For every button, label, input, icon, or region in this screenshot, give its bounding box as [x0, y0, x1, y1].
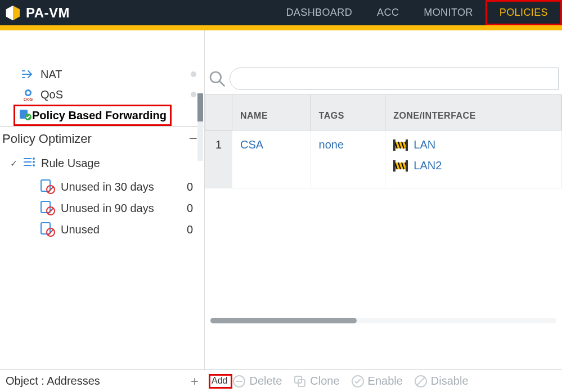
content: NAME TAGS ZONE/INTERFACE 1 CSA none LAN [204, 30, 562, 370]
check-circle-icon [351, 375, 365, 388]
sidebar-item-policy-based-forwarding[interactable]: Policy Based Forwarding [14, 105, 172, 126]
sidebar-item-label: NAT [41, 68, 62, 81]
zone-label: LAN2 [413, 159, 442, 172]
logo: PA-VM [0, 4, 70, 21]
sidebar-item-nat[interactable]: NAT [0, 64, 204, 84]
sidebar-item-label: Policy Based Forwarding [32, 109, 167, 122]
nav: DASHBOARD ACC MONITOR POLICIES [273, 0, 562, 25]
policy-tags[interactable]: none [319, 138, 344, 151]
sidebar-item-label: Unused [61, 223, 100, 236]
svg-point-5 [33, 157, 35, 160]
svg-rect-20 [393, 139, 395, 151]
unused-icon [41, 179, 55, 194]
sidebar-item-qos[interactable]: QoS QoS [0, 84, 204, 105]
clone-icon [293, 375, 307, 388]
nav-dashboard[interactable]: DASHBOARD [273, 0, 365, 25]
action-label: Add [212, 376, 227, 386]
col-num-header [205, 95, 232, 130]
unused-icon [41, 201, 55, 215]
zone-icon [393, 139, 408, 151]
ban-icon [414, 375, 428, 388]
policy-name-link[interactable]: CSA [240, 138, 263, 151]
action-label: Disable [431, 375, 469, 388]
pbf-icon [19, 107, 32, 123]
col-zone-header[interactable]: ZONE/INTERFACE [385, 95, 562, 130]
sidebar-item-label: Unused in 30 days [61, 181, 154, 193]
unused-icon [41, 222, 55, 237]
enable-button[interactable]: Enable [351, 375, 403, 388]
svg-line-31 [417, 377, 425, 385]
count-value: 0 [187, 202, 197, 215]
dot-icon [191, 71, 196, 77]
action-label: Enable [368, 375, 403, 388]
bottom-panel-object[interactable]: Object : Addresses + [0, 370, 204, 392]
collapse-icon[interactable]: − [189, 130, 197, 147]
sidebar-item-label: Unused in 90 days [61, 202, 154, 215]
action-label: Clone [310, 375, 339, 388]
nav-policies[interactable]: POLICIES [485, 0, 562, 25]
svg-point-1 [26, 91, 30, 94]
count-value: 0 [187, 181, 197, 193]
qos-icon: QoS [21, 88, 35, 101]
table-row[interactable]: 1 CSA none LAN LAN2 [205, 130, 562, 188]
bottom-panel-label: Object : Addresses [6, 375, 100, 388]
chevron-down-icon: ✓ [10, 158, 17, 169]
table-header-row: NAME TAGS ZONE/INTERFACE [205, 95, 562, 130]
search-row [205, 63, 562, 94]
add-button[interactable]: Add [209, 374, 232, 389]
app-title: PA-VM [26, 5, 70, 21]
search-input[interactable] [230, 67, 559, 90]
sidebar-list: NAT QoS QoS Policy Based Forwarding [0, 63, 204, 126]
main: NAT QoS QoS Policy Based Forwarding [0, 30, 562, 370]
plus-icon[interactable]: + [191, 373, 199, 389]
search-icon[interactable] [208, 70, 226, 88]
scrollbar-thumb[interactable] [197, 93, 203, 121]
svg-point-17 [210, 72, 221, 83]
scrollbar-thumb[interactable] [210, 318, 357, 323]
svg-point-6 [33, 161, 35, 163]
sidebar-item-unused-30[interactable]: Unused in 30 days 0 [0, 176, 204, 197]
rule-usage-icon [22, 155, 35, 172]
svg-line-18 [219, 81, 224, 86]
svg-point-7 [33, 164, 35, 166]
header: PA-VM DASHBOARD ACC MONITOR POLICIES [0, 0, 562, 25]
section-policy-optimizer[interactable]: Policy Optimizer − [0, 126, 204, 151]
nat-icon [21, 67, 35, 81]
action-label: Delete [249, 375, 282, 388]
zone-entry[interactable]: LAN2 [393, 159, 554, 172]
action-bar: Add Delete Clone Enable Disable [204, 370, 562, 392]
zone-icon [393, 160, 408, 172]
disable-button[interactable]: Disable [414, 375, 469, 388]
col-name-header[interactable]: NAME [232, 95, 311, 130]
policies-table: NAME TAGS ZONE/INTERFACE 1 CSA none LAN [205, 94, 562, 188]
row-number: 1 [205, 130, 232, 188]
svg-rect-21 [406, 139, 408, 151]
svg-rect-24 [406, 160, 408, 172]
accent-bar [0, 25, 562, 30]
svg-rect-23 [393, 160, 395, 172]
section-title: Policy Optimizer [2, 132, 92, 146]
zone-label: LAN [413, 138, 435, 151]
sidebar-item-label: QoS [41, 88, 63, 101]
minus-circle-icon [232, 375, 246, 388]
sidebar-item-unused-90[interactable]: Unused in 90 days 0 [0, 197, 204, 219]
dot-icon [191, 92, 196, 97]
col-tags-header[interactable]: TAGS [311, 95, 385, 130]
clone-button[interactable]: Clone [293, 375, 339, 388]
sidebar: NAT QoS QoS Policy Based Forwarding [0, 30, 204, 370]
delete-button[interactable]: Delete [232, 375, 282, 388]
count-value: 0 [187, 223, 197, 236]
logo-icon [5, 4, 21, 21]
sidebar-item-unused[interactable]: Unused 0 [0, 219, 204, 240]
nav-monitor[interactable]: MONITOR [411, 0, 485, 25]
zone-entry[interactable]: LAN [393, 138, 554, 151]
horizontal-scrollbar [205, 318, 562, 326]
svg-text:QoS: QoS [24, 97, 33, 101]
nav-acc[interactable]: ACC [365, 0, 411, 25]
sidebar-item-label: Rule Usage [41, 157, 100, 170]
sidebar-item-rule-usage[interactable]: ✓ Rule Usage [0, 151, 204, 176]
